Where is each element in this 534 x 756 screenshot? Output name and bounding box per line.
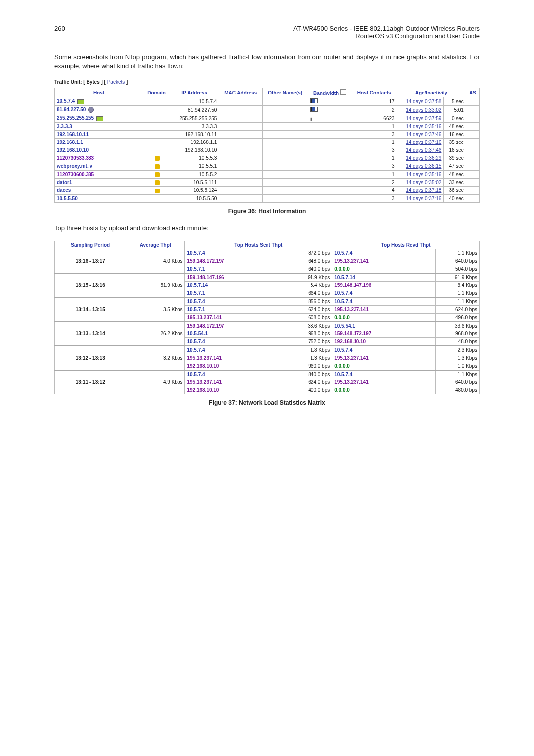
host-cell[interactable]: 192.168.10.11 [55, 130, 143, 138]
rcvd-amt-cell: 640.0 bps [436, 257, 480, 265]
sent-ip-cell[interactable]: 195.13.237.141 [185, 378, 288, 386]
col-mac[interactable]: MAC Address [219, 88, 263, 97]
traffic-unit-packets-link[interactable]: Packets [107, 79, 125, 85]
age-link[interactable]: 14 days 0:37:16 [406, 140, 441, 145]
age-link[interactable]: 14 days 0:36:15 [406, 163, 441, 169]
other-cell [263, 178, 308, 186]
col-contacts[interactable]: Host Contacts [352, 88, 397, 97]
sent-amt-cell: 624.0 bps [288, 306, 332, 314]
rcvd-ip-cell[interactable]: 0.0.0.0 [332, 362, 436, 371]
sent-ip-cell[interactable]: 192.168.10.10 [185, 362, 288, 371]
host-cell[interactable]: 3.3.3.3 [55, 122, 143, 130]
host-cell[interactable]: 255.255.255.255 [55, 114, 143, 122]
rcvd-amt-cell: 48.0 bps [436, 338, 480, 346]
host-row: 255.255.255.255 255.255.255.255▮662314 d… [55, 114, 480, 122]
col-ip[interactable]: IP Address [170, 88, 219, 97]
thpt-col-rcvd[interactable]: Top Hosts Rcvd Thpt [332, 241, 480, 249]
rcvd-ip-cell[interactable]: 0.0.0.0 [332, 265, 436, 274]
rcvd-ip-cell[interactable]: 10.5.7.4 [332, 346, 436, 354]
sent-ip-cell[interactable]: 159.148.172.197 [185, 257, 288, 265]
age-link[interactable]: 14 days 0:33:02 [406, 107, 441, 113]
sent-ip-cell[interactable]: 159.148.172.197 [185, 322, 288, 330]
age-link[interactable]: 14 days 0:37:46 [406, 147, 441, 153]
rcvd-amt-cell: 496.0 bps [436, 314, 480, 322]
rcvd-ip-cell[interactable]: 10.5.7.14 [332, 273, 436, 282]
rcvd-ip-cell[interactable]: 10.5.54.1 [332, 322, 436, 330]
age-link[interactable]: 14 days 0:37:58 [406, 99, 441, 104]
rcvd-ip-cell[interactable]: 195.13.237.141 [332, 306, 436, 314]
rcvd-ip-cell[interactable]: 10.5.7.4 [332, 249, 436, 257]
period-cell: 13:12 - 13:13 [55, 346, 126, 370]
sent-ip-cell[interactable]: 10.5.54.1 [185, 330, 288, 338]
age-cell: 14 days 0:37:46 [397, 130, 444, 138]
host-cell[interactable]: 192.168.1.1 [55, 138, 143, 146]
age-link[interactable]: 14 days 0:36:29 [406, 155, 441, 161]
rcvd-ip-cell[interactable]: 0.0.0.0 [332, 386, 436, 394]
host-cell[interactable]: 81.94.227.50 [55, 106, 143, 114]
host-cell[interactable]: 1120730600.335 [55, 170, 143, 178]
rcvd-ip-cell[interactable]: 195.13.237.141 [332, 354, 436, 362]
col-age[interactable]: Age/Inactivity [397, 88, 466, 97]
host-cell[interactable]: dator1 [55, 178, 143, 186]
sent-ip-cell[interactable]: 10.5.7.4 [185, 346, 288, 354]
sent-ip-cell[interactable]: 192.168.10.10 [185, 386, 288, 394]
age-link[interactable]: 14 days 0:37:16 [406, 196, 441, 201]
bandwidth-cell [308, 178, 352, 186]
age-link[interactable]: 14 days 0:35:16 [406, 124, 441, 129]
col-domain[interactable]: Domain [143, 88, 170, 97]
filter-icon[interactable] [340, 89, 346, 95]
rcvd-ip-cell[interactable]: 195.13.237.141 [332, 378, 436, 386]
sent-ip-cell[interactable]: 10.5.7.4 [185, 249, 288, 257]
thpt-row: 13:15 - 13:1651.9 Kbps159.148.147.19691.… [55, 273, 480, 282]
sent-ip-cell[interactable]: 195.13.237.141 [185, 354, 288, 362]
domain-cell [143, 106, 170, 114]
sent-ip-cell[interactable]: 195.13.237.141 [185, 314, 288, 322]
thpt-col-avg[interactable]: Average Thpt [126, 241, 185, 249]
host-cell[interactable]: 192.168.10.10 [55, 146, 143, 154]
sent-ip-cell[interactable]: 10.5.7.4 [185, 297, 288, 306]
host-cell[interactable]: webproxy.mt.lv [55, 162, 143, 170]
sent-ip-cell[interactable]: 10.5.7.14 [185, 282, 288, 289]
sent-ip-cell[interactable]: 10.5.7.4 [185, 338, 288, 346]
age-link[interactable]: 14 days 0:37:18 [406, 188, 441, 193]
rcvd-ip-cell[interactable]: 159.148.147.196 [332, 282, 436, 289]
rcvd-ip-cell[interactable]: 195.13.237.141 [332, 257, 436, 265]
ip-cell: 10.5.5.50 [170, 194, 219, 202]
rcvd-ip-cell[interactable]: 192.168.10.10 [332, 338, 436, 346]
col-bandwidth[interactable]: Bandwidth [308, 88, 352, 97]
avg-cell: 51.9 Kbps [126, 273, 185, 297]
rcvd-ip-cell[interactable]: 10.5.7.4 [332, 370, 436, 378]
age-link[interactable]: 14 days 0:37:46 [406, 132, 441, 137]
rcvd-ip-cell[interactable]: 10.5.7.4 [332, 289, 436, 298]
rcvd-ip-cell[interactable]: 0.0.0.0 [332, 314, 436, 322]
bandwidth-cell [308, 187, 352, 194]
age-link[interactable]: 14 days 0:35:16 [406, 172, 441, 177]
sent-ip-cell[interactable]: 10.5.7.4 [185, 370, 288, 378]
thpt-col-period[interactable]: Sampling Period [55, 241, 126, 249]
sent-ip-cell[interactable]: 159.148.147.196 [185, 273, 288, 282]
col-other[interactable]: Other Name(s) [263, 88, 308, 97]
sent-ip-cell[interactable]: 10.5.7.1 [185, 306, 288, 314]
period-cell: 13:13 - 13:14 [55, 322, 126, 346]
bandwidth-bar: ▮ [310, 117, 312, 121]
ip-cell: 3.3.3.3 [170, 122, 219, 130]
ip-cell: 10.5.5.1 [170, 162, 219, 170]
thpt-col-sent[interactable]: Top Hosts Sent Thpt [185, 241, 332, 249]
sent-ip-cell[interactable]: 10.5.7.1 [185, 289, 288, 298]
host-cell[interactable]: 10.5.7.4 [55, 97, 143, 106]
host-cell[interactable]: 1120730533.383 [55, 154, 143, 162]
sent-ip-cell[interactable]: 10.5.7.1 [185, 265, 288, 274]
contacts-cell: 3 [352, 194, 397, 202]
thpt-row: 13:14 - 13:153.5 Kbps10.5.7.4856.0 bps10… [55, 297, 480, 306]
host-cell[interactable]: daces [55, 187, 143, 194]
globe-icon [88, 107, 94, 113]
host-row: 192.168.10.10 192.168.10.10314 days 0:37… [55, 146, 480, 154]
rcvd-ip-cell[interactable]: 159.148.172.197 [332, 330, 436, 338]
other-cell [263, 154, 308, 162]
rcvd-ip-cell[interactable]: 10.5.7.4 [332, 297, 436, 306]
col-host[interactable]: Host [55, 88, 143, 97]
host-cell[interactable]: 10.5.5.50 [55, 194, 143, 202]
age-link[interactable]: 14 days 0:35:02 [406, 180, 441, 185]
age-link[interactable]: 14 days 0:37:59 [406, 116, 441, 121]
col-as[interactable]: AS [466, 88, 479, 97]
